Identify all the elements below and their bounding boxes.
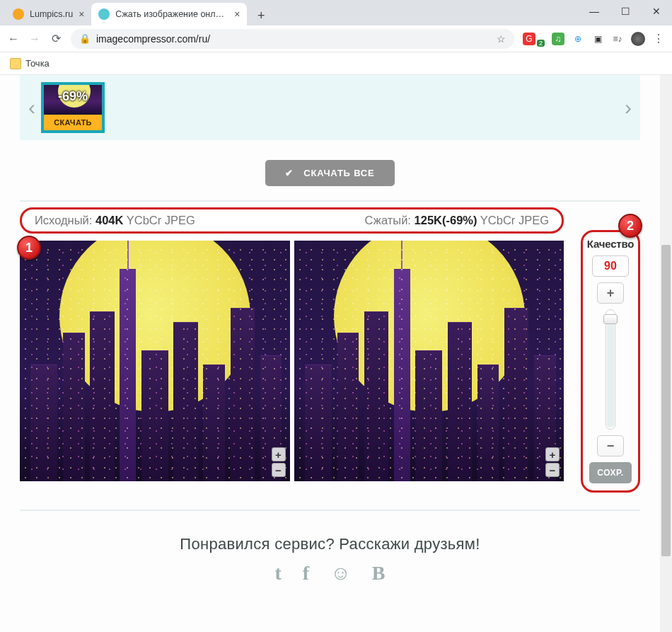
extension-icon[interactable]: G — [523, 33, 535, 45]
back-icon[interactable]: ← — [7, 33, 20, 45]
star-icon[interactable]: ☆ — [497, 33, 506, 45]
callout-marker-1: 1 — [17, 236, 41, 260]
browser-tab-imagecompressor[interactable]: Сжать изображение онлайн × — [91, 3, 247, 25]
vk-icon[interactable]: B — [372, 562, 386, 585]
original-image-preview[interactable]: + − — [20, 241, 290, 481]
extension-icons: G 2 ♫ ⊕ ▣ ≡♪ ⋮ — [523, 32, 665, 46]
carousel-prev-icon[interactable]: ‹ — [24, 93, 40, 122]
extension-icon[interactable]: ▣ — [591, 33, 604, 45]
extension-icon[interactable]: ♫ — [552, 33, 564, 45]
share-heading: Понравился сервис? Расскажи друзьям! — [0, 535, 660, 553]
tumblr-icon[interactable]: t — [275, 562, 282, 585]
compressed-format: YCbCr JPEG — [480, 214, 549, 226]
page-content: ‹ -69% СКАЧАТЬ › ✔ СКАЧАТЬ ВСЕ 1 — [0, 75, 672, 632]
zoom-controls: + − — [272, 447, 286, 477]
compare-left: 1 Исходный: 404K YCbCr JPEG Сжатый: 125K… — [20, 207, 564, 481]
scrollbar-thumb[interactable] — [661, 245, 671, 556]
maximize-icon[interactable]: ☐ — [610, 0, 641, 23]
quality-title: Качество — [587, 238, 634, 250]
zoom-out-button[interactable]: − — [272, 463, 286, 477]
browser-tab-lumpics[interactable]: Lumpics.ru × — [6, 3, 91, 25]
file-info-bar: Исходный: 404K YCbCr JPEG Сжатый: 125K(-… — [20, 207, 564, 234]
check-icon: ✔ — [285, 168, 294, 178]
reload-icon[interactable]: ⟳ — [50, 32, 62, 45]
profile-avatar[interactable] — [631, 32, 645, 46]
compare-section: 1 Исходный: 404K YCbCr JPEG Сжатый: 125K… — [20, 207, 640, 493]
download-all-button[interactable]: ✔ СКАЧАТЬ ВСЕ — [265, 160, 394, 186]
original-label: Исходный: — [35, 214, 92, 226]
separator — [20, 510, 640, 511]
extension-icon[interactable]: ⊕ — [572, 33, 584, 45]
image-compare-pair: + − + − — [20, 241, 564, 481]
compressed-label: Сжатый: — [365, 214, 411, 226]
extension-badge: 2 — [537, 40, 545, 47]
forward-icon[interactable]: → — [28, 33, 41, 45]
quality-increase-button[interactable]: + — [597, 282, 624, 304]
zoom-in-button[interactable]: + — [272, 447, 286, 461]
quality-save-button[interactable]: СОХР. — [589, 462, 632, 483]
browser-toolbar: ← → ⟳ 🔒 imagecompressor.com/ru/ ☆ G 2 ♫ … — [0, 25, 672, 52]
reading-list-icon[interactable]: ≡♪ — [611, 33, 624, 45]
compressed-size: 125K(-69%) — [415, 214, 477, 226]
compressed-info: Сжатый: 125K(-69%) YCbCr JPEG — [365, 214, 549, 227]
quality-decrease-button[interactable]: − — [597, 435, 624, 456]
thumbnail-download-button[interactable]: СКАЧАТЬ — [44, 115, 102, 130]
bookmarks-bar: Точка — [0, 52, 672, 75]
carousel-next-icon[interactable]: › — [620, 93, 636, 122]
share-icons: t f ☺ B — [0, 562, 660, 585]
tab-title: Сжать изображение онлайн — [115, 9, 228, 19]
window-titlebar: Lumpics.ru × Сжать изображение онлайн × … — [0, 0, 672, 25]
close-tab-icon[interactable]: × — [79, 8, 84, 20]
callout-marker-2: 2 — [618, 214, 642, 238]
menu-icon[interactable]: ⋮ — [652, 32, 665, 45]
folder-icon — [10, 58, 21, 69]
zoom-out-button[interactable]: − — [545, 463, 560, 477]
window-controls: — ☐ ✕ — [579, 0, 672, 23]
bookmark-folder[interactable]: Точка — [25, 58, 50, 69]
image-thumbnail-card[interactable]: -69% СКАЧАТЬ — [41, 82, 105, 133]
original-info: Исходный: 404K YCbCr JPEG — [35, 214, 195, 227]
close-icon[interactable]: ✕ — [641, 0, 672, 23]
tab-favicon — [98, 8, 110, 20]
close-tab-icon[interactable]: × — [234, 8, 240, 20]
thumbnail-carousel: ‹ -69% СКАЧАТЬ › — [20, 75, 640, 140]
original-size: 404K — [95, 214, 123, 226]
download-all-label: СКАЧАТЬ ВСЕ — [303, 168, 374, 178]
thumbnail-image: -69% — [44, 85, 102, 115]
tab-favicon — [13, 8, 24, 20]
slider-thumb[interactable] — [603, 314, 618, 324]
new-tab-button[interactable]: + — [251, 6, 271, 25]
facebook-icon[interactable]: f — [303, 562, 309, 585]
quality-slider[interactable] — [606, 309, 615, 430]
zoom-controls: + − — [545, 447, 560, 477]
compression-badge: -69% — [44, 89, 102, 104]
minimize-icon[interactable]: — — [579, 0, 610, 23]
address-bar[interactable]: 🔒 imagecompressor.com/ru/ ☆ — [71, 29, 514, 49]
reddit-icon[interactable]: ☺ — [330, 562, 351, 585]
separator — [20, 200, 640, 202]
url-text: imagecompressor.com/ru/ — [96, 33, 210, 45]
tab-title: Lumpics.ru — [30, 9, 73, 19]
compressed-image-preview[interactable]: + − — [294, 241, 564, 481]
vertical-scrollbar[interactable] — [660, 75, 672, 632]
quality-panel: 2 Качество 90 + − СОХР. — [581, 230, 640, 493]
quality-value-input[interactable]: 90 — [592, 255, 629, 277]
zoom-in-button[interactable]: + — [545, 447, 560, 461]
lock-icon: 🔒 — [79, 33, 91, 44]
original-format: YCbCr JPEG — [127, 214, 195, 226]
